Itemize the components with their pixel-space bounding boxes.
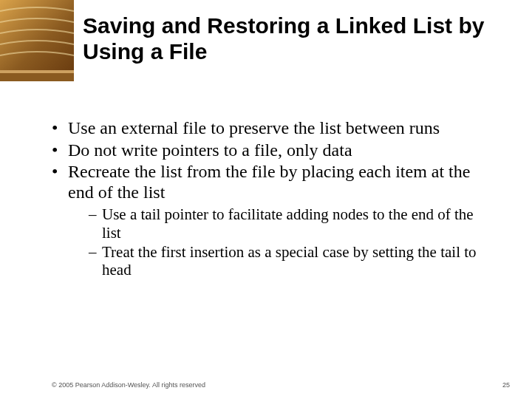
footer-page-number: 25 <box>502 381 510 389</box>
bullet-item: Use an external file to preserve the lis… <box>52 118 495 139</box>
corner-decoration <box>0 0 74 81</box>
svg-rect-2 <box>0 73 74 81</box>
bullet-text: Use an external file to preserve the lis… <box>68 118 440 137</box>
bullet-item: Recreate the list from the file by placi… <box>52 162 495 279</box>
bullet-text: Recreate the list from the file by placi… <box>68 162 470 202</box>
slide-content: Use an external file to preserve the lis… <box>52 118 495 280</box>
footer-copyright: © 2005 Pearson Addison-Wesley. All right… <box>52 381 205 389</box>
slide-title: Saving and Restoring a Linked List by Us… <box>83 13 519 64</box>
bullet-item: Do not write pointers to a file, only da… <box>52 140 495 161</box>
sub-bullet-text: Treat the first insertion as a special c… <box>102 243 477 279</box>
sub-bullet-item: Use a tail pointer to facilitate adding … <box>89 205 495 241</box>
bullet-text: Do not write pointers to a file, only da… <box>68 140 352 160</box>
svg-rect-0 <box>0 0 74 70</box>
sub-bullet-text: Use a tail pointer to facilitate adding … <box>102 205 474 241</box>
sub-bullet-item: Treat the first insertion as a special c… <box>89 243 495 279</box>
svg-rect-1 <box>0 70 74 73</box>
slide-title-area: Saving and Restoring a Linked List by Us… <box>83 13 519 64</box>
